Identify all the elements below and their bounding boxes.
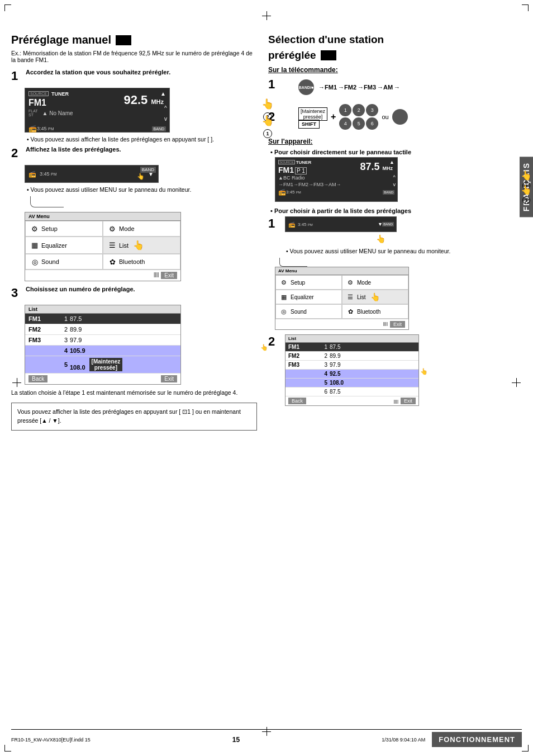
list-row-4: 4 105.9 xyxy=(25,346,180,356)
num-3[interactable]: 3 xyxy=(366,104,378,116)
finger-list-r2b: 👆 xyxy=(420,368,428,375)
finger-sm: 👆 xyxy=(137,173,145,180)
av-item-mode-2[interactable]: ⚙ Mode xyxy=(342,275,408,290)
radio-display-1: SOURCE TUNER ▲ FM1 92.5 MHz FLATST xyxy=(25,88,170,133)
av-menu-1: AV Menu ⚙ Setup ⚙ Mode ▦ Equalizer xyxy=(25,212,181,281)
step-r2-row: 2 [Maintenezpressée] SHIFT + 1 2 3 4 5 6 xyxy=(268,102,522,132)
back-button-2[interactable]: Back xyxy=(288,398,306,404)
step-3-label: Choisissez un numéro de préréglage. xyxy=(26,286,135,292)
exit-button-2[interactable]: Exit xyxy=(390,321,405,328)
finger-icon-2: 👆 xyxy=(261,98,274,110)
example-text: Ex.: Mémorisation de la station FM de fr… xyxy=(11,50,257,63)
av-item-sound[interactable]: ◎ Sound xyxy=(25,254,103,270)
av-item-equalizer[interactable]: ▦ Equalizer xyxy=(25,237,103,254)
list-row-fm3: FM3 3 97.9 xyxy=(25,335,180,346)
step-1-number: 1 xyxy=(11,69,23,83)
list-row-2-fm3: FM3 3 97.9 xyxy=(285,361,418,370)
num-1[interactable]: 1 xyxy=(339,104,351,116)
back-button-1[interactable]: Back xyxy=(28,375,47,382)
av-menu-footer-1: |||| Exit xyxy=(25,270,180,281)
right-title-bar xyxy=(321,50,336,60)
av-item-bluetooth-2[interactable]: ✿ Bluetooth xyxy=(342,304,408,319)
corner-mark-tr xyxy=(522,4,529,11)
num-5[interactable]: 5 xyxy=(353,117,365,130)
sur-appareil-title: Sur l'appareil: xyxy=(268,138,522,145)
band-btn-2[interactable]: BAND xyxy=(383,190,394,195)
av-item-equalizer-2[interactable]: ▦ Equalizer xyxy=(275,290,342,304)
right-margin-cross xyxy=(512,378,521,387)
list-row-2-5: 5 108.0 xyxy=(285,379,418,388)
round-knob[interactable] xyxy=(392,109,408,125)
setup-label: Setup xyxy=(41,225,58,232)
left-margin-cross xyxy=(12,378,21,387)
list-band-header-2: FM1 1 87.5 xyxy=(285,343,418,352)
step-3-number: 3 xyxy=(11,286,23,300)
page-number: 15 xyxy=(91,736,382,744)
mini-radio-r1b: 📻 xyxy=(288,221,295,228)
equalizer-label: Equalizer xyxy=(41,242,67,249)
list-display-1: List FM1 1 87.5 FM2 2 89.9 FM3 3 xyxy=(25,305,181,385)
num-2[interactable]: 2 xyxy=(353,104,365,116)
av-item-sound-2[interactable]: ◎ Sound xyxy=(275,304,342,319)
exit-button-1[interactable]: Exit xyxy=(161,272,177,279)
fonctionnement-box: FONCTIONNEMENT xyxy=(432,732,522,747)
sur-telecommande-title: Sur la télécommande: xyxy=(268,66,522,74)
num-4[interactable]: 4 xyxy=(339,117,351,130)
av-item-setup-2[interactable]: ⚙ Setup xyxy=(275,275,342,290)
finger-r1b: 👆 xyxy=(376,234,386,243)
mode-icon: ⚙ xyxy=(108,224,117,233)
setup-label-2: Setup xyxy=(291,280,305,286)
step2-bullet: Vous pouvez aussi utiliser MENU sur le p… xyxy=(25,186,257,193)
av-item-mode[interactable]: ⚙ Mode xyxy=(103,221,180,237)
exit-button-r2b[interactable]: Exit xyxy=(401,398,416,404)
bluetooth-icon: ✿ xyxy=(108,257,117,266)
corner-mark-br xyxy=(522,745,529,752)
sound-label: Sound xyxy=(41,258,59,265)
sound-label-2: Sound xyxy=(291,309,307,315)
source-label-2: SOURCE xyxy=(278,160,295,164)
bluetooth-label-2: Bluetooth xyxy=(357,309,380,315)
list-icon: ☰ xyxy=(108,241,117,250)
setup-icon: ⚙ xyxy=(30,224,39,233)
band-button[interactable]: BAND xyxy=(152,126,166,131)
right-section-title: Sélection d'une station préréglée xyxy=(268,34,522,62)
no-name-label: ▲ No Name xyxy=(42,110,73,116)
bullet-list: Pour choisir à partir de la liste des pr… xyxy=(270,207,522,214)
av-item-setup[interactable]: ⚙ Setup xyxy=(25,221,103,237)
av-menu-grid-2: ⚙ Setup ⚙ Mode ▦ Equalizer ☰ xyxy=(275,275,408,319)
list-label: List xyxy=(119,242,129,249)
band-key[interactable]: BAND/■ xyxy=(298,79,314,95)
mini-time-display: 📻 3:45 PM ▼ BAND 👆 xyxy=(25,165,159,183)
shift-key[interactable]: SHIFT xyxy=(298,120,320,129)
num-buttons: 1 2 3 4 5 6 xyxy=(339,104,378,130)
step-2-row: 2 Affichez la liste des préréglages. xyxy=(11,146,257,160)
sound-icon: ◎ xyxy=(30,257,39,266)
circle-1: 1 xyxy=(263,129,272,138)
list-title-1: List xyxy=(25,305,180,314)
exit-button-list[interactable]: Exit xyxy=(161,375,177,382)
maintenez-label: [Maintenezpressée] xyxy=(298,107,327,121)
radio-icon: 📻 xyxy=(28,125,37,133)
equalizer-icon: ▦ xyxy=(30,241,39,250)
step-1-label: Accordez la station que vous souhaitez p… xyxy=(26,69,170,75)
tuner-label-2: TUNER xyxy=(296,160,312,165)
time-display: 3:45 PM xyxy=(37,126,54,131)
num-6[interactable]: 6 xyxy=(366,117,378,130)
av-item-bluetooth[interactable]: ✿ Bluetooth xyxy=(103,254,180,270)
mini-time-r1b: 3:45 PM xyxy=(298,222,313,227)
note-box-text: Vous pouvez afficher la liste des prérég… xyxy=(17,408,241,424)
radio-display-2: SOURCE TUNER ▲ FM1 P 1 87.5 MHz ▲BC Radi… xyxy=(275,157,398,202)
left-column: Préréglage manuel Ex.: Mémorisation de l… xyxy=(11,34,257,431)
band-label-sm: BAND xyxy=(140,167,156,173)
mode-icon-2: ⚙ xyxy=(346,278,355,287)
list-band-header: FM1 1 87.5 xyxy=(25,314,180,324)
mini-band-btn[interactable]: BAND xyxy=(382,222,394,226)
footer-right-text: 1/31/08 9:04:10 AM xyxy=(382,737,425,743)
ou-text: ou xyxy=(382,114,388,120)
av-item-list-2[interactable]: ☰ List 👆 xyxy=(342,290,408,304)
step-1-row: 1 Accordez la station que vous souhaitez… xyxy=(11,69,257,83)
radio-icon-2: 📻 xyxy=(278,188,286,196)
av-item-list[interactable]: ☰ List 👆 xyxy=(103,237,180,254)
scrollbar: |||| xyxy=(28,272,159,279)
band-remote-row: BAND/■ →FM1→FM2→FM3→AM→ xyxy=(298,79,400,95)
